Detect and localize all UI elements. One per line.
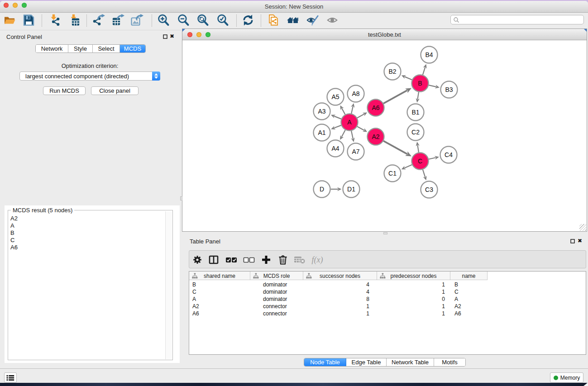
node-label-B4: B4 bbox=[425, 51, 433, 58]
show-hidden-button[interactable] bbox=[325, 13, 341, 27]
zoom-in-button[interactable] bbox=[155, 13, 172, 27]
app-window: Session: New Session Control Panel ✖ Net… bbox=[0, 1, 588, 383]
edge-A-A7[interactable] bbox=[351, 131, 353, 139]
open-session-button[interactable] bbox=[1, 13, 18, 27]
export-network-button[interactable] bbox=[91, 13, 107, 27]
unchecked-boxes-icon bbox=[243, 254, 255, 265]
close-panel-icon[interactable]: ✖ bbox=[170, 34, 174, 38]
table-row-A6[interactable]: A6connector11A6 bbox=[189, 310, 586, 317]
column-header-shared-name[interactable]: shared name bbox=[189, 272, 250, 280]
unselect-all-columns-button[interactable] bbox=[241, 253, 257, 267]
edge-A-A2[interactable] bbox=[357, 126, 364, 130]
delete-columns-button[interactable] bbox=[275, 253, 291, 267]
hide-selected-button[interactable] bbox=[305, 13, 321, 27]
split-divider-handle[interactable] bbox=[180, 196, 182, 200]
export-image-button[interactable] bbox=[129, 13, 145, 27]
function-builder-button: f(x) bbox=[310, 253, 325, 267]
node-label-A2: A2 bbox=[372, 133, 379, 140]
table-row-A[interactable]: Adominator80A bbox=[189, 295, 586, 303]
search-field[interactable] bbox=[450, 15, 584, 24]
tab-edge-table[interactable]: Edge Table bbox=[346, 358, 387, 366]
edge-B-B3[interactable] bbox=[429, 85, 436, 87]
table-options-button[interactable] bbox=[190, 253, 205, 267]
zoom-selected-button[interactable] bbox=[215, 13, 231, 27]
save-session-button[interactable] bbox=[20, 13, 37, 27]
edge-A2-C[interactable] bbox=[383, 141, 407, 154]
new-network-from-selection-button[interactable] bbox=[266, 13, 282, 27]
zoom-fit-content-button[interactable] bbox=[195, 13, 211, 27]
import-table-button[interactable] bbox=[67, 13, 83, 27]
edge-A-A4[interactable] bbox=[342, 130, 345, 137]
column-header-name[interactable]: name bbox=[450, 272, 488, 280]
table-cell: A bbox=[450, 295, 488, 303]
export-table-button[interactable] bbox=[110, 13, 126, 27]
toolbar-separator bbox=[152, 14, 152, 27]
close-panel-button[interactable]: Close panel bbox=[91, 86, 139, 95]
table-cell: 8 bbox=[303, 295, 377, 303]
show-panels-button[interactable] bbox=[4, 372, 17, 383]
tab-select[interactable]: Select bbox=[93, 45, 120, 52]
export-table-icon bbox=[112, 14, 124, 26]
show-column-panel-button[interactable] bbox=[206, 253, 221, 267]
column-header-predecessor-nodes[interactable]: predecessor nodes bbox=[377, 272, 450, 280]
frame-resize-grip[interactable] bbox=[579, 224, 586, 231]
network-window-titlebar[interactable]: testGlobe.txt bbox=[182, 29, 587, 40]
mcds-result-item[interactable]: A6 bbox=[9, 244, 165, 251]
mcds-result-item[interactable]: B bbox=[9, 229, 165, 237]
network-canvas[interactable]: AA1A2A3A4A5A6A7A8BB1B2B3B4CC1C2C3C4DD1 bbox=[182, 40, 587, 231]
desktop-wallpaper-strip bbox=[0, 383, 588, 386]
zoom-out-button[interactable] bbox=[175, 13, 191, 27]
show-all-networks-button[interactable] bbox=[285, 13, 301, 27]
mcds-result-item[interactable]: C bbox=[9, 237, 165, 244]
column-header-successor-nodes[interactable]: successor nodes bbox=[303, 272, 377, 280]
edge-C-C4[interactable] bbox=[429, 157, 436, 159]
mcds-result-scrollbar[interactable] bbox=[165, 211, 172, 359]
tab-network[interactable]: Network bbox=[36, 45, 68, 52]
select-all-columns-button[interactable] bbox=[224, 253, 239, 267]
memory-button[interactable]: Memory bbox=[550, 372, 583, 383]
apply-layout-button[interactable] bbox=[240, 13, 256, 27]
zoom-out-icon bbox=[177, 14, 190, 26]
edge-C-C3[interactable] bbox=[423, 170, 425, 177]
edge-C-C1[interactable] bbox=[405, 165, 412, 168]
edge-B-B1[interactable] bbox=[417, 92, 419, 99]
edge-A6-B[interactable] bbox=[383, 91, 407, 104]
table-row-A2[interactable]: A2connector11A2 bbox=[189, 303, 586, 310]
edge-A-A1[interactable] bbox=[334, 125, 341, 128]
node-label-C: C bbox=[418, 157, 422, 165]
float-table-panel-icon[interactable] bbox=[570, 239, 575, 243]
node-label-A6: A6 bbox=[372, 104, 379, 111]
run-mcds-button[interactable]: Run MCDS bbox=[43, 86, 86, 95]
tab-node-table[interactable]: Node Table bbox=[304, 358, 346, 366]
edge-A-A8[interactable] bbox=[351, 106, 353, 114]
column-header-MCDS-role[interactable]: MCDS role bbox=[250, 272, 303, 280]
tab-mcds[interactable]: MCDS bbox=[120, 45, 145, 52]
import-network-button[interactable] bbox=[47, 13, 63, 27]
mcds-result-item[interactable]: A2 bbox=[9, 215, 165, 222]
tab-motifs[interactable]: Motifs bbox=[434, 358, 465, 366]
window-titlebar: Session: New Session bbox=[0, 1, 588, 13]
mcds-result-list[interactable]: A2ABCA6 bbox=[9, 215, 165, 359]
table-cell: A6 bbox=[189, 310, 250, 317]
tab-network-table[interactable]: Network Table bbox=[387, 358, 434, 366]
edge-A-A3[interactable] bbox=[334, 116, 341, 119]
edge-A-A6[interactable] bbox=[357, 114, 364, 118]
table-row-C[interactable]: Cdominator41C bbox=[189, 288, 586, 295]
close-table-panel-icon[interactable]: ✖ bbox=[578, 238, 582, 243]
edge-A-A5[interactable] bbox=[342, 108, 345, 114]
edge-B-B2[interactable] bbox=[405, 76, 412, 80]
control-panel-tabs: NetworkStyleSelectMCDS bbox=[35, 44, 146, 53]
table-row-B[interactable]: Bdominator41B bbox=[189, 281, 586, 288]
criterion-dropdown[interactable]: largest connected component (directed) bbox=[19, 71, 160, 81]
edge-B-B4[interactable] bbox=[423, 67, 425, 75]
float-panel-icon[interactable] bbox=[163, 34, 167, 39]
table-cell: dominator bbox=[250, 295, 303, 303]
table-cell: C bbox=[450, 288, 488, 295]
copy-network-icon bbox=[268, 14, 280, 26]
mcds-result-item[interactable]: A bbox=[9, 222, 165, 229]
zoom-selected-icon bbox=[216, 14, 229, 26]
tab-style[interactable]: Style bbox=[68, 45, 93, 52]
create-new-column-button[interactable] bbox=[258, 253, 274, 267]
node-label-A8: A8 bbox=[352, 90, 359, 97]
edge-C-C2[interactable] bbox=[417, 145, 419, 152]
